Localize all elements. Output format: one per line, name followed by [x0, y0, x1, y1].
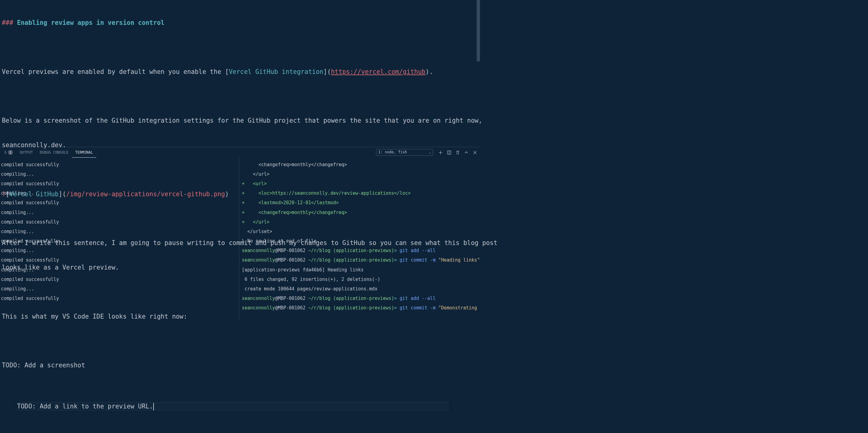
- editor-line: looks like as a Vercel preview.: [2, 263, 478, 272]
- editor-active-line: TODO: Add a link to the preview URL.: [17, 402, 449, 410]
- editor-blank-line: [2, 386, 478, 394]
- text-cursor: [153, 403, 154, 410]
- image-alt: Vercel GitHub: [9, 191, 59, 198]
- link-bracket: ]: [323, 68, 327, 76]
- editor-blank-line: [2, 288, 478, 296]
- markdown-hashes: ###: [2, 19, 17, 26]
- editor-line: Below is a screenshot of the GitHub inte…: [2, 117, 478, 125]
- editor-blank-line: [2, 92, 478, 100]
- todo-text: TODO: Add a link to the preview URL.: [17, 403, 153, 410]
- paragraph-text: Vercel previews are enabled by default w…: [2, 68, 225, 76]
- paragraph-text: This is what my VS Code IDE looks like r…: [2, 313, 187, 320]
- image-bang: !: [2, 191, 5, 198]
- paragraph-text: After I write this sentence, I am going …: [2, 239, 501, 247]
- chevron-down-icon: ⌄: [429, 150, 431, 154]
- paragraph-text: looks like as a Vercel preview.: [2, 264, 119, 271]
- editor-blank-line: [2, 43, 478, 52]
- image-bracket: ]: [59, 191, 62, 198]
- image-path: /img/review-applications/vercel-github.p…: [66, 191, 225, 198]
- markdown-heading: Enabling review apps in version control: [17, 19, 164, 26]
- todo-text: TODO: Add a screenshot: [2, 362, 85, 369]
- image-paren: ): [225, 191, 229, 198]
- editor-vertical-scrollbar[interactable]: [476, 0, 480, 147]
- link-label: Vercel GitHub integration: [229, 68, 324, 76]
- editor-line: seanconnolly.dev.: [2, 141, 478, 149]
- editor-line: ### Enabling review apps in version cont…: [2, 19, 478, 27]
- editor-line: TODO: Add a screenshot: [2, 361, 478, 370]
- markdown-editor[interactable]: ### Enabling review apps in version cont…: [0, 0, 480, 147]
- image-paren: (: [62, 191, 66, 198]
- image-bracket: [: [5, 191, 9, 198]
- paragraph-text: seanconnolly.dev.: [2, 141, 66, 149]
- editor-blank-line: [2, 215, 478, 223]
- editor-line: Vercel previews are enabled by default w…: [2, 68, 478, 76]
- editor-line: This is what my VS Code IDE looks like r…: [2, 313, 478, 321]
- editor-blank-line: [2, 166, 478, 174]
- link-url[interactable]: https://vercel.com/github: [331, 68, 426, 76]
- link-bracket: [: [225, 68, 229, 76]
- editor-line: After I write this sentence, I am going …: [2, 239, 478, 247]
- link-paren: (: [327, 68, 331, 76]
- vscode-window: ### Enabling review apps in version cont…: [0, 0, 480, 240]
- paragraph-text: .: [429, 68, 433, 76]
- link-paren: ): [426, 68, 429, 76]
- paragraph-text: Below is a screenshot of the GitHub inte…: [2, 117, 486, 124]
- editor-line: ![Vercel GitHub](/img/review-application…: [2, 190, 478, 198]
- editor-blank-line: [2, 337, 478, 345]
